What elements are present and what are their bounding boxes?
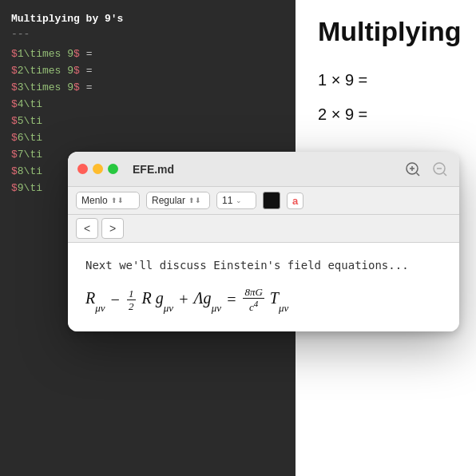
window-title: EFE.md [133,163,397,176]
preview-math-1: 1 × 9 = [318,71,454,89]
formula-lambda: Λgμν [194,289,221,311]
code-line-6: $6\ti [11,132,284,144]
minimize-button[interactable] [93,164,103,174]
svg-line-3 [417,173,420,176]
formula-plus: + [178,291,189,309]
floating-window: EFE.md Menlo ⬆⬇ [68,152,459,331]
formula-equals: = [226,291,237,309]
nav-forward-button[interactable]: > [101,218,124,239]
format-bar: Menlo ⬆⬇ Regular ⬆⬇ 11 ⌄ a [68,187,459,215]
style-name: Regular [152,195,185,206]
window-content: Next we'll discuss Einstein's field equa… [68,243,459,331]
antialiasing-button[interactable]: a [287,192,303,209]
code-line-4: $4\ti [11,98,284,110]
formula-half: 1 2 [127,288,136,311]
formula-rhs: 8πG c4 Tμν [241,287,288,312]
math-formula: Rμν − 1 2 R gμν + Λgμν = 8πG c4 Tμν [85,287,442,312]
size-value: 11 [222,195,232,206]
zoom-in-icon[interactable] [403,160,422,179]
code-line-1: $1\times 9$ = [11,48,284,60]
left-panel-title: Multiplying by 9's [11,13,284,25]
preview-math-2: 2 × 9 = [318,105,454,124]
maximize-button[interactable] [108,164,118,174]
svg-line-6 [444,173,447,176]
code-line-2: $2\times 9$ = [11,65,284,77]
nav-back-button[interactable]: < [76,218,98,239]
style-selector[interactable]: Regular ⬆⬇ [146,192,210,209]
nav-back-icon: < [84,222,90,235]
font-chevron-icon: ⬆⬇ [111,196,124,204]
code-line-5: $5\ti [11,115,284,127]
close-button[interactable] [77,164,88,174]
code-line-3: $3\times 9$ = [11,81,284,93]
preview-title: Multiplying [318,16,454,47]
color-picker[interactable] [263,192,280,209]
size-selector[interactable]: 11 ⌄ [216,192,256,209]
font-selector[interactable]: Menlo ⬆⬇ [76,192,140,209]
title-bar: EFE.md [68,152,459,187]
style-chevron-icon: ⬆⬇ [188,196,201,204]
zoom-out-icon[interactable] [430,160,450,179]
font-name: Menlo [81,195,108,206]
size-chevron-icon: ⌄ [236,196,242,204]
left-panel-divider: --- [11,28,284,40]
nav-forward-icon: > [109,222,116,235]
formula-Rg: R gμν [142,289,174,311]
formula-minus: − [110,291,121,309]
traffic-lights [77,164,118,174]
formula-R: Rμν [85,289,105,311]
content-text: Next we'll discuss Einstein's field equa… [85,257,442,274]
toolbar-icons [403,160,450,179]
nav-bar: < > [68,215,459,243]
